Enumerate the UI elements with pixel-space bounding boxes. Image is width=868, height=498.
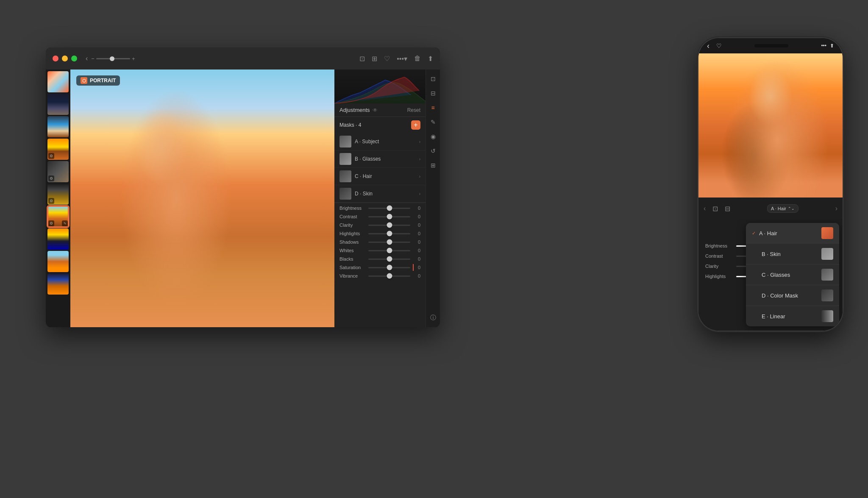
whites-thumb[interactable] bbox=[387, 248, 392, 253]
sidebar-info-icon[interactable]: ⓘ bbox=[427, 312, 439, 324]
zoom-plus-icon[interactable]: + bbox=[132, 56, 135, 62]
phone-controls-bar: ‹ ⊡ ⊟ A · Hair ⌃⌄ › bbox=[698, 198, 843, 220]
thumbnail-2[interactable] bbox=[47, 94, 69, 115]
clarity-thumb[interactable] bbox=[387, 223, 392, 228]
mask-item-d[interactable]: D · Skin › bbox=[334, 185, 426, 203]
blacks-thumb[interactable] bbox=[387, 256, 392, 262]
minimize-button[interactable] bbox=[62, 56, 68, 61]
thumbnail-9[interactable] bbox=[47, 251, 69, 272]
maximize-button[interactable] bbox=[71, 56, 77, 61]
dropdown-text-a: A · Hair bbox=[759, 230, 777, 236]
reset-button[interactable]: Reset bbox=[407, 107, 420, 113]
thumbnail-5[interactable]: ⚙ bbox=[47, 161, 69, 182]
clarity-track[interactable] bbox=[368, 225, 410, 226]
phone-more-icon[interactable]: ••• bbox=[821, 43, 826, 49]
transform-icon[interactable]: ⊞ bbox=[372, 55, 377, 63]
saturation-track[interactable] bbox=[368, 267, 410, 268]
mask-item-a[interactable]: A · Subject › bbox=[334, 133, 426, 150]
phone-contrast-label: Contrast bbox=[705, 253, 733, 259]
dropdown-item-d[interactable]: D · Color Mask bbox=[746, 285, 839, 306]
thumbnail-gear-icon-3: ⚙ bbox=[48, 198, 54, 204]
whites-track[interactable] bbox=[368, 250, 410, 251]
slider-brightness[interactable]: Brightness 0 bbox=[334, 204, 426, 212]
share-icon[interactable]: ⬆ bbox=[428, 55, 433, 63]
thumbnail-4[interactable]: ⚙ bbox=[47, 139, 69, 160]
phone-photo bbox=[698, 53, 843, 198]
phone-heart-icon[interactable]: ♡ bbox=[716, 42, 722, 49]
phone-back-icon[interactable]: ‹ bbox=[707, 42, 709, 50]
sidebar-brush-icon[interactable]: ✎ bbox=[427, 116, 439, 128]
slider-highlights[interactable]: Highlights 0 bbox=[334, 229, 426, 238]
shadows-track[interactable] bbox=[368, 242, 410, 243]
contrast-label: Contrast bbox=[339, 214, 365, 219]
app-body: ⚙ ⚙ ⚙ ⚙ ✎ bbox=[46, 70, 440, 327]
phone-mask-dropdown[interactable]: A · Hair ⌃⌄ bbox=[767, 204, 798, 213]
crop-icon[interactable]: ⊡ bbox=[359, 55, 365, 63]
brightness-track[interactable] bbox=[368, 208, 410, 209]
phone-ctrl-left-icon[interactable]: ‹ bbox=[704, 205, 706, 212]
main-photo: ⬡ PORTRAIT bbox=[70, 70, 334, 327]
thumbnail-10[interactable] bbox=[47, 273, 69, 295]
slider-blacks[interactable]: Blacks 0 bbox=[334, 255, 426, 263]
slider-whites[interactable]: Whites 0 bbox=[334, 246, 426, 255]
more-icon[interactable]: •••▾ bbox=[397, 55, 407, 63]
phone-photos-icon[interactable]: ⊟ bbox=[725, 205, 730, 213]
zoom-slider[interactable] bbox=[96, 58, 130, 59]
sidebar-face-icon[interactable]: ◉ bbox=[427, 131, 439, 142]
sidebar-adjustments-icon[interactable]: ≡ bbox=[427, 102, 439, 114]
heart-icon[interactable]: ♡ bbox=[384, 55, 390, 63]
close-button[interactable] bbox=[53, 56, 58, 61]
saturation-thumb[interactable] bbox=[387, 265, 392, 270]
slider-clarity[interactable]: Clarity 0 bbox=[334, 221, 426, 229]
slider-shadows[interactable]: Shadows 0 bbox=[334, 238, 426, 246]
dropdown-thumb-d bbox=[821, 289, 833, 301]
dropdown-item-c[interactable]: C · Glasses bbox=[746, 264, 839, 285]
slider-saturation[interactable]: Saturation 0 bbox=[334, 263, 426, 272]
add-mask-button[interactable]: + bbox=[411, 120, 420, 130]
phone-share-icon[interactable]: ⬆ bbox=[830, 43, 834, 49]
adjustments-eye-icon[interactable]: 👁 bbox=[373, 107, 378, 113]
thumbnail-6[interactable]: ⚙ bbox=[47, 184, 69, 205]
slider-vibrance[interactable]: Vibrance 0 bbox=[334, 272, 426, 280]
sidebar-history-icon[interactable]: ↺ bbox=[427, 145, 439, 157]
thumbnail-8[interactable] bbox=[47, 228, 69, 250]
thumbnail-1[interactable] bbox=[47, 71, 69, 92]
slider-contrast[interactable]: Contrast 0 bbox=[334, 212, 426, 221]
zoom-control[interactable]: − + bbox=[91, 56, 135, 62]
highlights-track[interactable] bbox=[368, 233, 410, 234]
dropdown-text-c: C · Glasses bbox=[762, 272, 790, 278]
contrast-track[interactable] bbox=[368, 216, 410, 217]
dropdown-item-b[interactable]: B · Skin bbox=[746, 244, 839, 264]
trash-icon[interactable]: 🗑 bbox=[414, 55, 421, 62]
highlights-thumb[interactable] bbox=[387, 231, 392, 236]
contrast-thumb[interactable] bbox=[387, 214, 392, 220]
mask-item-b[interactable]: B · Glasses › bbox=[334, 150, 426, 168]
brightness-thumb[interactable] bbox=[387, 206, 392, 211]
shadows-thumb[interactable] bbox=[387, 239, 392, 245]
mask-label-c: C · Hair bbox=[355, 173, 416, 179]
sidebar-compare-icon[interactable]: ⊞ bbox=[427, 159, 439, 171]
titlebar-nav: ‹ − + bbox=[86, 55, 135, 62]
vibrance-track[interactable] bbox=[368, 275, 410, 277]
back-arrow-icon[interactable]: ‹ bbox=[86, 55, 88, 62]
dropdown-item-e[interactable]: E · Linear bbox=[746, 306, 839, 326]
contrast-value: 0 bbox=[414, 214, 420, 219]
thumbnail-7-selected[interactable]: ⚙ ✎ bbox=[47, 206, 69, 227]
mask-thumb-c bbox=[339, 170, 351, 182]
titlebar: ‹ − + ⊡ ⊞ ♡ •••▾ 🗑 ⬆ bbox=[46, 47, 440, 70]
phone-clarity-label: Clarity bbox=[705, 264, 733, 269]
mask-thumb-a bbox=[339, 136, 351, 147]
thumbnail-3[interactable] bbox=[47, 116, 69, 137]
dropdown-item-a[interactable]: ✓ A · Hair bbox=[746, 223, 839, 244]
blacks-track[interactable] bbox=[368, 259, 410, 260]
vibrance-thumb[interactable] bbox=[387, 273, 392, 279]
phone-ctrl-right-icon[interactable]: › bbox=[835, 205, 837, 212]
phone-crop-icon[interactable]: ⊡ bbox=[712, 205, 718, 213]
sidebar-crop-icon[interactable]: ⊡ bbox=[427, 73, 439, 85]
traffic-lights bbox=[53, 56, 77, 61]
sidebar-photos-icon[interactable]: ⊟ bbox=[427, 87, 439, 99]
zoom-minus-icon[interactable]: − bbox=[91, 56, 95, 62]
mask-item-c[interactable]: C · Hair › bbox=[334, 168, 426, 185]
whites-value: 0 bbox=[414, 248, 420, 253]
phone-frame: ‹ ♡ ••• ⬆ ‹ ⊡ ⊟ A · Hair bbox=[698, 38, 843, 331]
